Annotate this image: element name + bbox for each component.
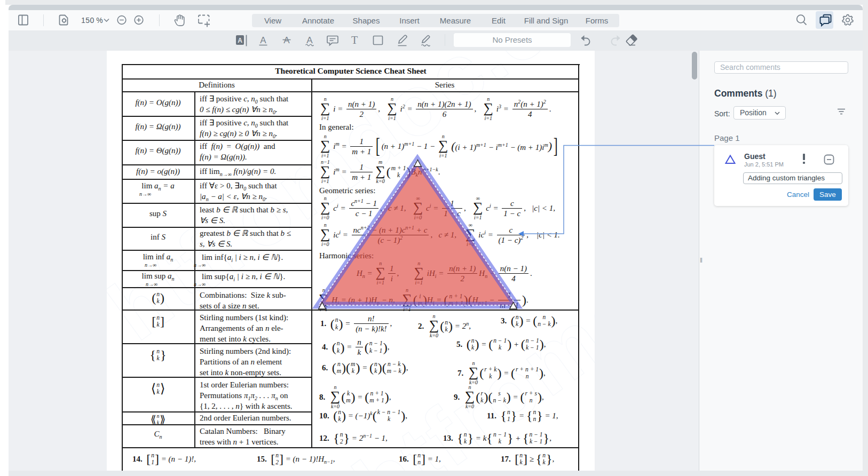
svg-text:A: A: [306, 35, 313, 45]
svg-text:A: A: [260, 35, 266, 45]
svg-text:A: A: [238, 37, 242, 44]
svg-text:T: T: [351, 34, 358, 46]
svg-text:A: A: [283, 35, 290, 45]
